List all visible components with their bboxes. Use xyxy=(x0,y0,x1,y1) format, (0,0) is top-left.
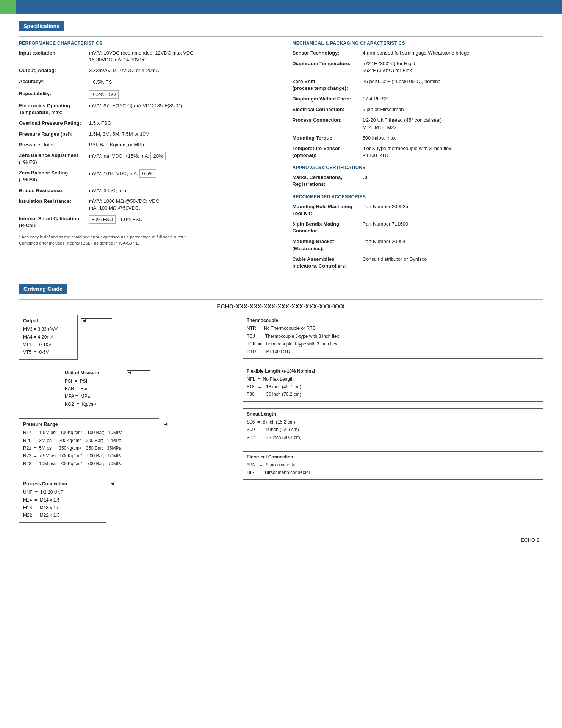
spec-value: mV/V: 1000 MΩ @50VDC; VDC,mA: 100 MΩ @50… xyxy=(89,198,270,212)
spec-label: Temperature Sensor(optional): xyxy=(293,145,363,159)
specs-section-header: Specifications xyxy=(19,21,64,31)
spec-cable: Cable Assemblies,Indicators, Controllers… xyxy=(293,256,543,270)
spec-label: Pressure Ranges (psi): xyxy=(19,131,89,138)
vt1-code: VT1 xyxy=(23,342,31,347)
spec-label: Marks, Certifications,Registrations: xyxy=(293,174,363,188)
zbs-box: 0.5% xyxy=(139,169,156,178)
spec-value: 1⁄2-20 UNF thread (45° conical seal)M14,… xyxy=(363,117,543,130)
kg2-eq: = xyxy=(77,402,79,407)
repeatability-box: 0.2% FSO xyxy=(89,90,119,99)
mv3-eq: = xyxy=(34,326,36,332)
mpa-desc: MPa xyxy=(80,394,90,399)
unit-rows: PSI = PSI BAR = Bar MPA = MPa KG2 = Kg/c… xyxy=(65,377,119,408)
spec-wetted-parts: Diaphragm Wetted Parts: 17-4 PH SST xyxy=(293,96,543,102)
pressure-rows: R17 = 1.5M psi; 100Kg/cm² 100 Bar; 10MPa… xyxy=(23,429,155,468)
spec-shunt: Internal Shunt Calibration(R-Cal): 80% F… xyxy=(19,215,270,229)
vt1-eq: = xyxy=(34,342,37,347)
snout-rows: S06 = 6 inch (15.2 cm) S09 = 9 inch (22.… xyxy=(247,418,539,441)
spec-label: Electrical Connection: xyxy=(293,106,363,113)
spec-value: 0.5% FS xyxy=(89,78,270,86)
spec-label: Zero Balance Setting( % FS): xyxy=(19,169,89,183)
approvals-title: APPROVALS& CERTIFICATIONS xyxy=(293,165,543,170)
specs-left-col: PERFORMANCE CHARACTERISTICS Input excita… xyxy=(19,41,270,273)
spec-value: Part Number 200941 xyxy=(363,238,543,252)
spec-marks: Marks, Certifications,Registrations: CE xyxy=(293,174,543,188)
spec-value: 1.5M, 3M, 5M, 7.5M or 10M xyxy=(89,131,270,138)
spec-pressure-ranges: Pressure Ranges (psi): 1.5M, 3M, 5M, 7.5… xyxy=(19,131,270,138)
process-box: Process Connection UNF = 1/2 20 UNF M14 … xyxy=(19,478,106,523)
ma4-desc: 4-20mA xyxy=(38,334,53,340)
spec-temp-sensor: Temperature Sensor(optional): J or K-typ… xyxy=(293,145,543,159)
spec-value: 80% FSO 1.0% FSO xyxy=(89,215,270,229)
spec-value: 6 pin or Hirschman xyxy=(363,106,543,113)
spec-value: mV/V:250°F(120°C);mA,VDC:185°F(85°C) xyxy=(89,102,270,116)
thermocouple-box: Thermocouple NTR = No Thermocouple or RT… xyxy=(243,315,543,359)
spec-value: 500 in/lbs, max xyxy=(363,135,543,141)
main-content: Specifications PERFORMANCE CHARACTERISTI… xyxy=(0,14,562,554)
kg2-desc: Kg/cm² xyxy=(81,402,96,407)
section-divider xyxy=(19,36,543,37)
spec-value: mV/V: 10VDC recommended, 12VDC max VDC:1… xyxy=(89,50,270,63)
spec-accuracy: Accuracy*: 0.5% FS xyxy=(19,78,270,86)
spec-label: Diaphragm Temperature: xyxy=(293,60,363,74)
spec-tool-kit: Mounting Hole MachiningTool Kit: Part Nu… xyxy=(293,203,543,217)
pressure-row: Pressure Range R17 = 1.5M psi; 100Kg/cm²… xyxy=(19,418,231,471)
spec-label: Repeatability: xyxy=(19,90,89,99)
flex-title: Flexible Length +/-10% Nominal xyxy=(247,369,539,374)
spec-label: Bridge Resistance: xyxy=(19,187,89,194)
electrical-title: Electrical Connection xyxy=(247,454,539,460)
output-arrow: ◄ xyxy=(81,318,112,319)
page-number: ECHO 2 xyxy=(19,537,543,543)
specs-two-col: PERFORMANCE CHARACTERISTICS Input excita… xyxy=(19,41,543,273)
ordering-layout: Output MV3 = 3.33mV/V MA4 = 4-20mA VT1 =… xyxy=(19,315,543,530)
process-arrow: ◄ xyxy=(110,482,133,482)
output-row-1: MV3 = 3.33mV/V MA4 = 4-20mA VT1 = 0-10V … xyxy=(23,325,74,356)
spec-label: Process Connection: xyxy=(293,117,363,130)
vt1-desc: 0-10V xyxy=(39,342,51,347)
spec-input-excitation: Input excitation: mV/V: 10VDC recommende… xyxy=(19,50,270,63)
bar-desc: Bar xyxy=(81,386,88,391)
accessories-title: RECOMMENDED ACCESSORIES xyxy=(293,194,543,199)
pressure-box-title: Pressure Range xyxy=(23,422,155,427)
process-rows: UNF = 1/2 20 UNF M14 = M14 x 1.5 M18 = M… xyxy=(23,488,102,519)
spec-bracket: Mounting Bracket(Electronics): Part Numb… xyxy=(293,238,543,252)
spec-label: Accuracy*: xyxy=(19,78,89,86)
ordering-left: Output MV3 = 3.33mV/V MA4 = 4-20mA VT1 =… xyxy=(19,315,231,530)
mv3-code: MV3 xyxy=(23,326,33,332)
snout-box: Snout Length S06 = 6 inch (15.2 cm) S09 … xyxy=(243,408,543,444)
spec-label: Mounting Hole MachiningTool Kit: xyxy=(293,203,363,217)
spec-pressure-units: Pressure Units: PSI, Bar, Kg/cm², or MPa xyxy=(19,141,270,148)
spec-label: Electronics OperatingTemperature, max: xyxy=(19,102,89,116)
zba-box: 20% xyxy=(150,152,166,160)
spec-label: Cable Assemblies,Indicators, Controllers… xyxy=(293,256,363,270)
mpa-eq: = xyxy=(75,394,78,399)
accuracy-box: 0.5% FS xyxy=(89,78,114,86)
spec-value: mV/V: 345Ω, min xyxy=(89,187,270,194)
accessories-section: RECOMMENDED ACCESSORIES Mounting Hole Ma… xyxy=(293,194,543,270)
footnote-line1: * Accuracy is defined as the combined er… xyxy=(19,235,187,239)
mv3-desc: 3.33mV/V xyxy=(38,326,58,332)
output-row: Output MV3 = 3.33mV/V MA4 = 4-20mA VT1 =… xyxy=(19,315,231,360)
spec-value: 25 psi/100°F (45psi/100°C), nominal xyxy=(363,78,543,92)
mpa-code: MPA xyxy=(65,394,74,399)
ma4-code: MA4 xyxy=(23,334,33,340)
process-row: Process Connection UNF = 1/2 20 UNF M14 … xyxy=(19,478,231,523)
spec-value: mV/V: 10%; VDC, mA: 0.5% xyxy=(89,169,270,183)
output-box: Output MV3 = 3.33mV/V MA4 = 4-20mA VT1 =… xyxy=(19,315,78,360)
spec-value: 17-4 PH SST xyxy=(363,96,543,102)
flex-rows: NFL = No Flex Length F18 = 18 inch (45.7… xyxy=(247,375,539,399)
spec-electrical-conn: Electrical Connection: 6 pin or Hirschma… xyxy=(293,106,543,113)
spec-label: Input excitation: xyxy=(19,50,89,63)
spec-label: Internal Shunt Calibration(R-Cal): xyxy=(19,215,89,229)
process-box-title: Process Connection xyxy=(23,481,102,486)
ordering-divider xyxy=(19,299,543,300)
spec-insulation: Insulation Resistance: mV/V: 1000 MΩ @50… xyxy=(19,198,270,212)
spec-value: PSI, Bar, Kg/cm², or MPa xyxy=(89,141,270,148)
spec-label: Pressure Units: xyxy=(19,141,89,148)
spec-value: 3.33mV/V, 0-10VDC, or 4-20mA xyxy=(89,67,270,74)
spec-mounting-torque: Mounting Torque: 500 in/lbs, max xyxy=(293,135,543,141)
spec-label: Overload Pressure Rating: xyxy=(19,120,89,127)
spec-sensor-tech: Sensor Technology: 4-arm bonded foil str… xyxy=(293,50,543,56)
spec-value: Part Number 200925 xyxy=(363,203,543,217)
ordering-section-header: Ordering Guide xyxy=(19,284,67,294)
